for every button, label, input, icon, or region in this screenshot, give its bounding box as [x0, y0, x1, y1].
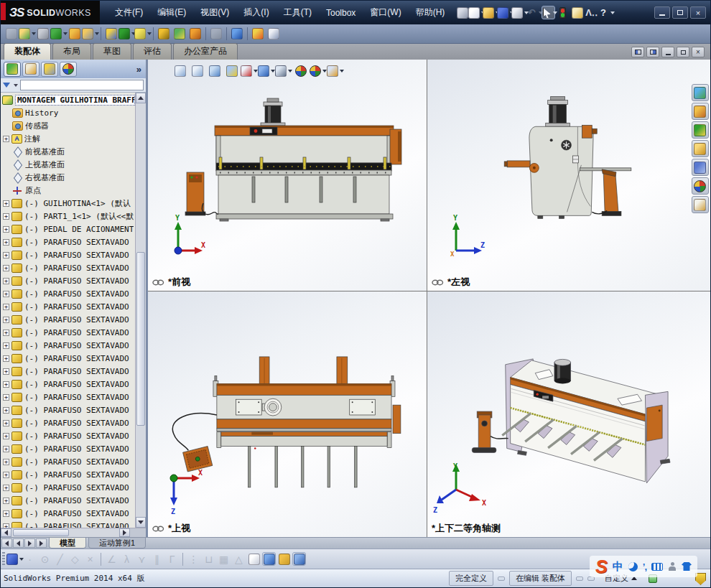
expand-toggle[interactable]: + — [3, 368, 9, 375]
tree-item[interactable]: +A注解 — [2, 132, 135, 145]
viewport-left[interactable]: Y Z X *左视 — [427, 60, 710, 291]
command-tab-0[interactable]: 装配体 — [4, 43, 51, 60]
display-style-button[interactable] — [259, 63, 274, 78]
toolbar-grip[interactable] — [2, 552, 5, 566]
dropdown-arrow-icon[interactable] — [95, 32, 99, 35]
mate-button[interactable] — [51, 26, 67, 42]
doc-restore-button[interactable] — [677, 47, 689, 57]
save-button[interactable] — [498, 6, 512, 19]
expand-toggle[interactable]: + — [3, 304, 9, 310]
hscroll-thumb[interactable] — [13, 529, 69, 536]
move-component-button[interactable] — [83, 26, 98, 42]
appearances-scenes-button[interactable] — [692, 177, 709, 195]
viewport-isometric[interactable]: Y X Z *上下二等角轴测 — [427, 291, 710, 537]
tab-prev-button[interactable] — [13, 538, 24, 548]
search-pin-button[interactable] — [455, 6, 469, 19]
dropdown-arrow-icon[interactable] — [254, 70, 258, 73]
tab-first-button[interactable] — [1, 538, 12, 548]
view-settings-button[interactable] — [327, 63, 343, 78]
expand-toggle[interactable]: + — [3, 510, 9, 517]
help-button[interactable]: ? — [599, 6, 613, 19]
scroll-right-button[interactable] — [119, 528, 130, 537]
design-library-button[interactable] — [692, 121, 709, 139]
tree-item[interactable]: +(-) PARAFUSO SEXTAVADO — [2, 339, 135, 352]
insert-from-file-button[interactable] — [19, 26, 35, 42]
tree-root-item[interactable]: MONTAGEM GUILHOTINA BRAFFEI — [2, 93, 135, 106]
expand-toggle[interactable]: + — [3, 317, 9, 323]
assembly-visualization-button[interactable] — [172, 26, 187, 42]
expand-toggle[interactable]: + — [3, 355, 9, 362]
expand-toggle[interactable]: + — [3, 459, 9, 465]
expand-toggle[interactable]: + — [3, 291, 9, 297]
expand-toggle[interactable]: + — [3, 485, 9, 491]
displaymanager-tab[interactable] — [60, 62, 77, 77]
minimize-button[interactable] — [654, 6, 670, 19]
print-button[interactable] — [513, 6, 526, 19]
view-palette-button[interactable] — [692, 159, 709, 176]
tree-item[interactable]: +(-) PARAFUSO SEXTAVADO — [2, 520, 135, 528]
tree-item[interactable]: +(-) PARAFUSO SEXTAVADO — [2, 403, 135, 416]
tree-item[interactable]: History — [2, 106, 135, 119]
scroll-thumb[interactable] — [136, 252, 145, 426]
tree-item[interactable]: +(-) PARAFUSO SEXTAVADO — [2, 507, 135, 520]
expand-toggle[interactable]: + — [3, 407, 9, 414]
dropdown-arrow-icon[interactable] — [340, 70, 344, 73]
expand-toggle[interactable]: + — [3, 200, 9, 207]
tree-item[interactable]: +(-) PARAFUSO SEXTAVADO — [2, 442, 135, 455]
solidworks-forum-button[interactable] — [692, 84, 709, 101]
expand-toggle[interactable]: + — [3, 420, 9, 426]
close-button[interactable]: × — [690, 6, 706, 19]
show-hidden-components-button[interactable] — [103, 26, 119, 42]
view-orientation-button[interactable] — [241, 63, 256, 78]
ime-account-icon[interactable] — [668, 562, 677, 571]
dropdown-arrow-icon[interactable] — [147, 32, 152, 35]
command-tab-2[interactable]: 草图 — [93, 43, 131, 60]
zoom-to-fit-button[interactable] — [172, 63, 187, 78]
scroll-down-button[interactable] — [136, 517, 146, 528]
scroll-up-button[interactable] — [136, 93, 146, 103]
menu-item-1[interactable]: 编辑(E) — [151, 4, 192, 21]
menu-item-5[interactable]: Toolbox — [320, 6, 362, 20]
propertymanager-tab[interactable] — [22, 62, 40, 77]
scroll-left-button[interactable] — [1, 528, 11, 537]
tree-item[interactable]: +(-) PEDAL DE ACIONAMENT — [2, 223, 135, 235]
open-button[interactable] — [484, 6, 498, 19]
tree-item[interactable]: +(-) PARAFUSO SEXTAVADO — [2, 416, 135, 429]
tree-vertical-scrollbar[interactable] — [135, 93, 146, 528]
tree-item[interactable]: +(-) PARAFUSO SEXTAVADO — [2, 287, 135, 300]
model-tab-0[interactable]: 模型 — [49, 538, 86, 549]
tree-item[interactable]: 右视基准面 — [2, 171, 135, 184]
ime-mode-chinese[interactable]: 中 — [613, 560, 623, 574]
previous-view-button[interactable] — [207, 63, 222, 78]
doc-minimize-button[interactable] — [661, 47, 674, 57]
explode-line-sketch-button[interactable] — [229, 26, 245, 42]
command-tab-3[interactable]: 评估 — [133, 43, 172, 60]
take-snapshot-button[interactable] — [266, 26, 282, 42]
interference-detection-button[interactable] — [250, 26, 266, 42]
ime-skin-icon[interactable] — [682, 562, 692, 571]
expand-toggle[interactable]: + — [3, 446, 9, 452]
sogou-logo-icon[interactable]: S — [595, 559, 608, 574]
menu-item-6[interactable]: 窗口(W) — [363, 4, 407, 21]
expand-toggle[interactable]: + — [3, 330, 9, 336]
tree-horizontal-scrollbar[interactable] — [1, 528, 146, 537]
tree-item[interactable]: +(-) PARAFUSO SEXTAVADO — [2, 352, 135, 365]
tree-item[interactable]: +(-) PARAFUSO SEXTAVADO — [2, 391, 135, 403]
expand-toggle[interactable]: + — [3, 523, 9, 528]
expand-toggle[interactable]: + — [3, 498, 9, 504]
tab-last-button[interactable] — [36, 538, 47, 548]
dropdown-arrow-icon[interactable] — [288, 70, 292, 73]
configurationmanager-tab[interactable] — [41, 62, 58, 77]
tree-item[interactable]: +(-) GUILHOTINA<1> (默认 — [2, 197, 135, 210]
new-motion-study-button[interactable] — [156, 26, 172, 42]
tree-item[interactable]: 传感器 — [2, 119, 135, 132]
filter-dropdown-icon[interactable] — [14, 84, 18, 87]
attachment-button[interactable] — [35, 26, 51, 42]
tree-item[interactable]: +(-) PARAFUSO SEXTAVADO — [2, 455, 135, 468]
menu-item-0[interactable]: 文件(F) — [108, 4, 149, 21]
smart-fasteners-button[interactable] — [67, 26, 83, 42]
graphics-area[interactable]: Y X *前视 — [148, 60, 710, 537]
tree-item[interactable]: +(-) PARAFUSO SEXTAVADO — [2, 365, 135, 378]
expand-toggle[interactable]: + — [3, 394, 9, 401]
model-tab-1[interactable]: 运动算例1 — [88, 538, 146, 549]
